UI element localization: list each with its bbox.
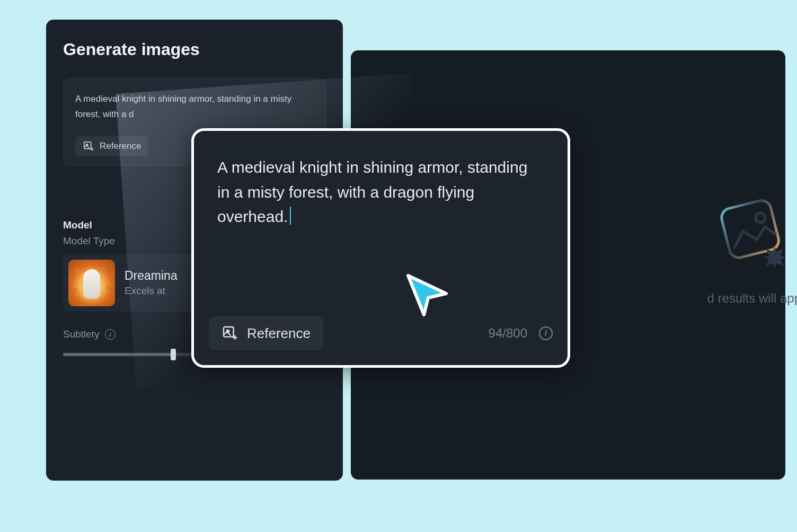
prompt-text-large: A medieval knight in shining armor, stan…: [217, 158, 527, 225]
model-thumbnail: [68, 260, 115, 306]
svg-point-1: [756, 213, 765, 223]
reference-icon: [222, 325, 238, 342]
reference-button[interactable]: Reference: [75, 136, 148, 156]
prompt-popup: A medieval knight in shining armor, stan…: [191, 128, 570, 368]
reference-label-large: Reference: [247, 325, 311, 342]
model-desc: Excels at: [125, 285, 178, 297]
model-name: Dreamina: [125, 269, 178, 283]
page-title: Generate images: [63, 40, 326, 59]
reference-icon: [83, 140, 94, 152]
subtlety-label: Subtlety: [63, 329, 100, 340]
prompt-text-small: A medieval knight in shining armor, stan…: [75, 92, 314, 122]
prompt-input-large[interactable]: A medieval knight in shining armor, stan…: [217, 155, 544, 229]
svg-rect-0: [720, 199, 781, 260]
text-cursor: [290, 207, 291, 225]
cursor-pointer-icon: [403, 271, 450, 319]
char-count: 94/800: [489, 326, 527, 341]
info-icon[interactable]: i: [105, 329, 116, 340]
reference-label: Reference: [100, 141, 141, 152]
results-placeholder-text: d results will app: [707, 291, 797, 306]
reference-button-large[interactable]: Reference: [209, 316, 323, 350]
image-placeholder-icon: [712, 188, 796, 273]
slider-handle[interactable]: [171, 349, 176, 360]
info-icon[interactable]: i: [539, 326, 553, 340]
